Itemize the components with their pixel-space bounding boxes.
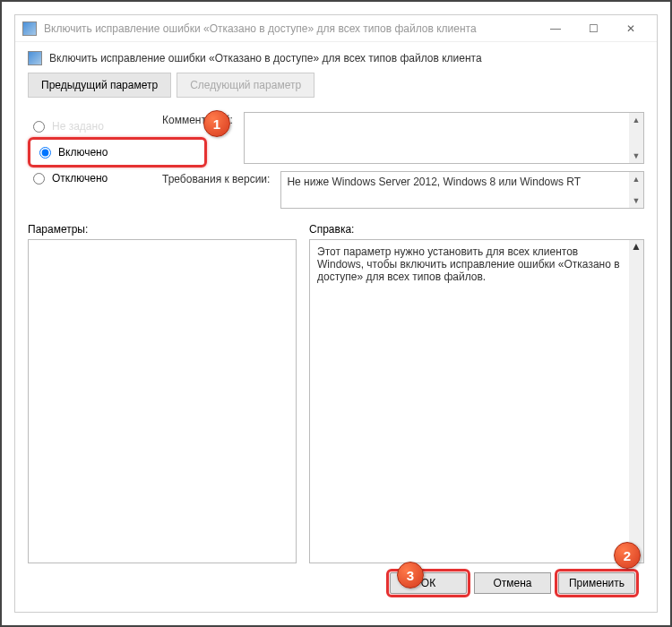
annotation-badge-1: 1 (203, 110, 230, 137)
titlebar: Включить исправление ошибки «Отказано в … (15, 15, 657, 42)
requirements-text: Не ниже Windows Server 2012, Windows 8 и… (287, 176, 581, 188)
minimize-button[interactable]: — (537, 16, 574, 41)
close-button[interactable]: ✕ (612, 16, 650, 41)
radio-not-configured-input[interactable] (33, 121, 45, 133)
policy-title: Включить исправление ошибки «Отказано в … (49, 52, 482, 64)
cancel-button[interactable]: Отмена (474, 572, 551, 594)
scrollbar[interactable]: ▲ ▼ (629, 240, 643, 563)
options-panel (28, 239, 297, 563)
help-panel: Этот параметр нужно установить для всех … (309, 239, 644, 563)
help-label: Справка: (309, 223, 644, 236)
radio-not-configured-label: Не задано (52, 120, 104, 133)
help-text: Этот параметр нужно установить для всех … (317, 245, 620, 283)
radio-disabled-input[interactable] (33, 173, 45, 185)
policy-icon (22, 21, 37, 36)
apply-button[interactable]: Применить (558, 572, 635, 594)
previous-setting-button[interactable]: Предыдущий параметр (28, 73, 171, 98)
annotation-badge-2: 2 (614, 542, 641, 569)
radio-enabled-input[interactable] (39, 147, 51, 159)
options-label: Параметры: (28, 223, 297, 236)
radio-enabled[interactable]: Включено (34, 142, 201, 163)
scrollbar[interactable]: ▲ ▼ (629, 172, 643, 208)
annotation-badge-3: 3 (397, 562, 424, 588)
radio-enabled-label: Включено (58, 146, 108, 159)
scroll-up-icon[interactable]: ▲ (633, 113, 641, 127)
next-setting-button: Следующий параметр (177, 73, 314, 98)
scroll-up-icon[interactable]: ▲ (631, 240, 642, 253)
scroll-down-icon[interactable]: ▼ (633, 149, 641, 163)
dialog-window: Включить исправление ошибки «Отказано в … (14, 14, 658, 613)
policy-header: Включить исправление ошибки «Отказано в … (28, 51, 644, 65)
maximize-button[interactable]: ☐ (574, 16, 612, 41)
window-title: Включить исправление ошибки «Отказано в … (44, 22, 537, 35)
comment-textarea[interactable]: ▲ ▼ (244, 112, 644, 164)
requirements-box: Не ниже Windows Server 2012, Windows 8 и… (280, 171, 644, 209)
radio-disabled[interactable]: Отключено (28, 167, 297, 189)
scroll-down-icon[interactable]: ▼ (633, 193, 641, 208)
scroll-up-icon[interactable]: ▲ (633, 172, 641, 186)
scrollbar[interactable]: ▲ ▼ (629, 113, 643, 163)
policy-icon (28, 51, 42, 65)
radio-disabled-label: Отключено (52, 172, 108, 185)
